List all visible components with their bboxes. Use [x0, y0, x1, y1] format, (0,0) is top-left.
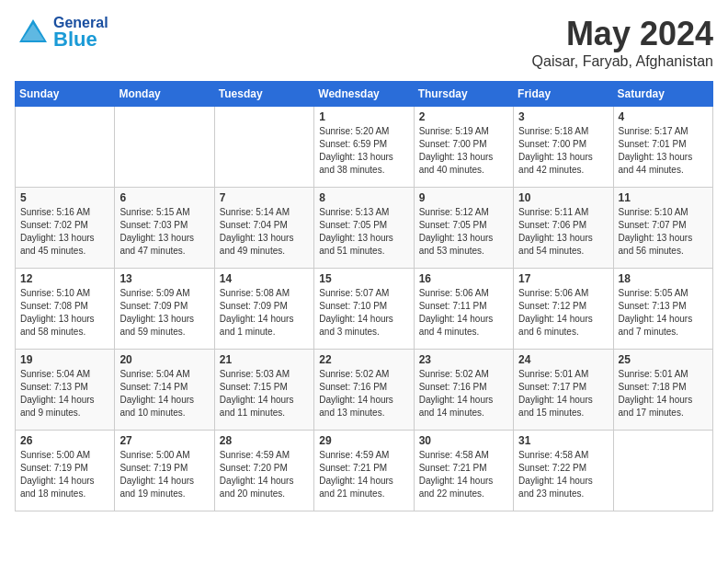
- table-row: 1Sunrise: 5:20 AM Sunset: 6:59 PM Daylig…: [314, 107, 414, 188]
- day-number: 20: [119, 353, 209, 366]
- day-info: Sunrise: 5:18 AM Sunset: 7:00 PM Dayligh…: [518, 125, 608, 177]
- table-row: 31Sunrise: 4:58 AM Sunset: 7:22 PM Dayli…: [514, 431, 613, 511]
- day-info: Sunrise: 5:04 AM Sunset: 7:13 PM Dayligh…: [20, 368, 109, 419]
- day-number: 26: [20, 434, 109, 447]
- day-number: 8: [319, 191, 408, 204]
- day-number: 28: [220, 434, 309, 447]
- table-row: 8Sunrise: 5:13 AM Sunset: 7:05 PM Daylig…: [314, 188, 414, 269]
- day-info: Sunrise: 5:10 AM Sunset: 7:07 PM Dayligh…: [619, 206, 708, 258]
- day-number: 11: [619, 191, 708, 204]
- table-row: 5Sunrise: 5:16 AM Sunset: 7:02 PM Daylig…: [16, 188, 115, 269]
- calendar-header-row: Sunday Monday Tuesday Wednesday Thursday…: [16, 82, 713, 107]
- day-info: Sunrise: 5:17 AM Sunset: 7:01 PM Dayligh…: [619, 125, 708, 177]
- day-number: 31: [518, 434, 608, 447]
- day-number: 1: [319, 110, 408, 123]
- day-info: Sunrise: 5:14 AM Sunset: 7:04 PM Dayligh…: [220, 206, 309, 258]
- table-row: 24Sunrise: 5:01 AM Sunset: 7:17 PM Dayli…: [514, 350, 613, 431]
- day-info: Sunrise: 5:13 AM Sunset: 7:05 PM Dayligh…: [319, 206, 408, 258]
- day-number: 22: [319, 353, 408, 366]
- logo: General Blue: [15, 15, 108, 52]
- table-row: 6Sunrise: 5:15 AM Sunset: 7:03 PM Daylig…: [115, 188, 214, 269]
- day-info: Sunrise: 5:20 AM Sunset: 6:59 PM Dayligh…: [319, 125, 408, 177]
- table-row: 19Sunrise: 5:04 AM Sunset: 7:13 PM Dayli…: [16, 350, 115, 431]
- day-info: Sunrise: 5:02 AM Sunset: 7:16 PM Dayligh…: [419, 368, 508, 419]
- col-thursday: Thursday: [414, 82, 513, 107]
- table-row: 21Sunrise: 5:03 AM Sunset: 7:15 PM Dayli…: [214, 350, 313, 431]
- day-info: Sunrise: 5:09 AM Sunset: 7:09 PM Dayligh…: [119, 287, 209, 339]
- day-info: Sunrise: 5:11 AM Sunset: 7:06 PM Dayligh…: [518, 206, 608, 258]
- table-row: 26Sunrise: 5:00 AM Sunset: 7:19 PM Dayli…: [16, 431, 115, 511]
- day-info: Sunrise: 5:08 AM Sunset: 7:09 PM Dayligh…: [220, 287, 309, 339]
- day-number: 18: [619, 272, 708, 285]
- table-row: 23Sunrise: 5:02 AM Sunset: 7:16 PM Dayli…: [414, 350, 513, 431]
- day-info: Sunrise: 4:59 AM Sunset: 7:20 PM Dayligh…: [220, 449, 309, 500]
- calendar-table: Sunday Monday Tuesday Wednesday Thursday…: [15, 81, 713, 511]
- day-number: 12: [20, 272, 109, 285]
- table-row: 9Sunrise: 5:12 AM Sunset: 7:05 PM Daylig…: [414, 188, 513, 269]
- page-header: General Blue May 2024 Qaisar, Faryab, Af…: [15, 15, 713, 70]
- col-tuesday: Tuesday: [214, 82, 313, 107]
- table-row: 4Sunrise: 5:17 AM Sunset: 7:01 PM Daylig…: [613, 107, 712, 188]
- day-number: 27: [119, 434, 209, 447]
- day-info: Sunrise: 5:15 AM Sunset: 7:03 PM Dayligh…: [119, 206, 209, 258]
- table-row: 15Sunrise: 5:07 AM Sunset: 7:10 PM Dayli…: [314, 269, 414, 350]
- day-number: 15: [319, 272, 408, 285]
- day-number: 9: [419, 191, 508, 204]
- col-sunday: Sunday: [16, 82, 115, 107]
- title-area: May 2024 Qaisar, Faryab, Afghanistan: [532, 15, 713, 70]
- table-row: 10Sunrise: 5:11 AM Sunset: 7:06 PM Dayli…: [514, 188, 613, 269]
- day-number: 5: [20, 191, 109, 204]
- table-row: [115, 107, 214, 188]
- day-info: Sunrise: 5:01 AM Sunset: 7:17 PM Dayligh…: [518, 368, 608, 419]
- calendar-week-row: 26Sunrise: 5:00 AM Sunset: 7:19 PM Dayli…: [16, 431, 713, 511]
- calendar-week-row: 19Sunrise: 5:04 AM Sunset: 7:13 PM Dayli…: [16, 350, 713, 431]
- day-number: 10: [518, 191, 608, 204]
- col-saturday: Saturday: [613, 82, 712, 107]
- table-row: 30Sunrise: 4:58 AM Sunset: 7:21 PM Dayli…: [414, 431, 513, 511]
- table-row: [16, 107, 115, 188]
- day-info: Sunrise: 4:58 AM Sunset: 7:22 PM Dayligh…: [518, 449, 608, 500]
- day-info: Sunrise: 5:07 AM Sunset: 7:10 PM Dayligh…: [319, 287, 408, 339]
- day-info: Sunrise: 5:04 AM Sunset: 7:14 PM Dayligh…: [119, 368, 209, 419]
- day-info: Sunrise: 5:00 AM Sunset: 7:19 PM Dayligh…: [119, 449, 209, 500]
- table-row: 28Sunrise: 4:59 AM Sunset: 7:20 PM Dayli…: [214, 431, 313, 511]
- table-row: [214, 107, 313, 188]
- day-number: 7: [220, 191, 309, 204]
- day-info: Sunrise: 5:16 AM Sunset: 7:02 PM Dayligh…: [20, 206, 109, 258]
- day-number: 16: [419, 272, 508, 285]
- table-row: 29Sunrise: 4:59 AM Sunset: 7:21 PM Dayli…: [314, 431, 414, 511]
- table-row: 22Sunrise: 5:02 AM Sunset: 7:16 PM Dayli…: [314, 350, 414, 431]
- calendar-week-row: 1Sunrise: 5:20 AM Sunset: 6:59 PM Daylig…: [16, 107, 713, 188]
- day-info: Sunrise: 4:58 AM Sunset: 7:21 PM Dayligh…: [419, 449, 508, 500]
- day-info: Sunrise: 5:00 AM Sunset: 7:19 PM Dayligh…: [20, 449, 109, 500]
- day-number: 6: [119, 191, 209, 204]
- col-monday: Monday: [115, 82, 214, 107]
- day-number: 2: [419, 110, 508, 123]
- day-info: Sunrise: 5:19 AM Sunset: 7:00 PM Dayligh…: [419, 125, 508, 177]
- day-info: Sunrise: 5:03 AM Sunset: 7:15 PM Dayligh…: [220, 368, 309, 419]
- month-title: May 2024: [532, 15, 713, 53]
- day-number: 24: [518, 353, 608, 366]
- table-row: 14Sunrise: 5:08 AM Sunset: 7:09 PM Dayli…: [214, 269, 313, 350]
- day-number: 30: [419, 434, 508, 447]
- col-wednesday: Wednesday: [314, 82, 414, 107]
- day-number: 19: [20, 353, 109, 366]
- day-number: 3: [518, 110, 608, 123]
- day-info: Sunrise: 5:12 AM Sunset: 7:05 PM Dayligh…: [419, 206, 508, 258]
- day-number: 23: [419, 353, 508, 366]
- day-info: Sunrise: 5:06 AM Sunset: 7:11 PM Dayligh…: [419, 287, 508, 339]
- table-row: 18Sunrise: 5:05 AM Sunset: 7:13 PM Dayli…: [613, 269, 712, 350]
- table-row: 2Sunrise: 5:19 AM Sunset: 7:00 PM Daylig…: [414, 107, 513, 188]
- table-row: 13Sunrise: 5:09 AM Sunset: 7:09 PM Dayli…: [115, 269, 214, 350]
- calendar-week-row: 12Sunrise: 5:10 AM Sunset: 7:08 PM Dayli…: [16, 269, 713, 350]
- table-row: 11Sunrise: 5:10 AM Sunset: 7:07 PM Dayli…: [613, 188, 712, 269]
- logo-icon: [15, 15, 51, 52]
- table-row: [613, 431, 712, 511]
- table-row: 7Sunrise: 5:14 AM Sunset: 7:04 PM Daylig…: [214, 188, 313, 269]
- table-row: 12Sunrise: 5:10 AM Sunset: 7:08 PM Dayli…: [16, 269, 115, 350]
- table-row: 27Sunrise: 5:00 AM Sunset: 7:19 PM Dayli…: [115, 431, 214, 511]
- logo-text: General Blue: [53, 15, 108, 52]
- day-number: 29: [319, 434, 408, 447]
- day-info: Sunrise: 5:05 AM Sunset: 7:13 PM Dayligh…: [619, 287, 708, 339]
- day-info: Sunrise: 5:10 AM Sunset: 7:08 PM Dayligh…: [20, 287, 109, 339]
